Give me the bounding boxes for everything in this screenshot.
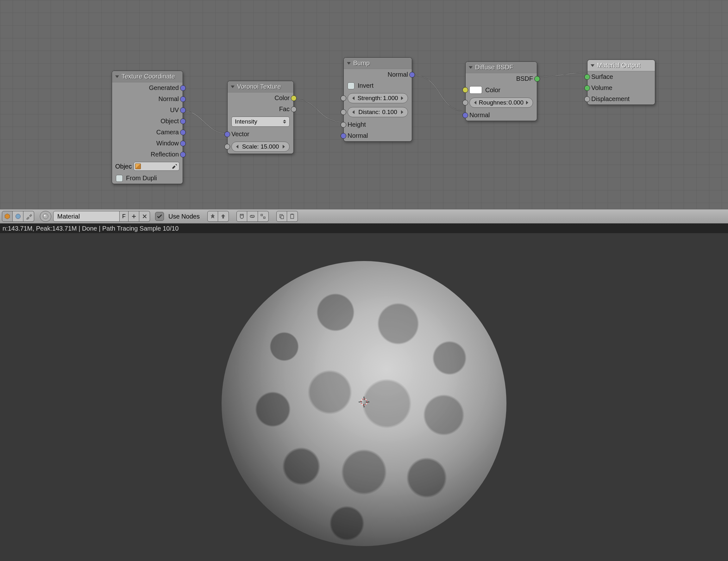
fake-user-button[interactable]: F bbox=[120, 211, 129, 222]
material-slot-button[interactable] bbox=[40, 211, 51, 222]
socket-uv[interactable] bbox=[180, 107, 186, 113]
node-diffuse-bsdf[interactable]: Diffuse BSDF BSDF Color Roughnes: 0.000 … bbox=[465, 61, 537, 121]
socket-normal-in[interactable] bbox=[462, 112, 468, 118]
grid-snap-icon bbox=[260, 213, 266, 219]
material-name-field[interactable]: Material bbox=[53, 211, 120, 222]
node-header[interactable]: Bump bbox=[344, 58, 412, 69]
socket-bsdf[interactable] bbox=[534, 76, 540, 82]
node-header[interactable]: Material Output bbox=[587, 60, 655, 71]
invert-checkbox[interactable] bbox=[348, 82, 355, 89]
collapse-icon[interactable] bbox=[469, 66, 473, 69]
node-voronoi-texture[interactable]: Voronoi Texture Color Fac Intensity Vect… bbox=[227, 81, 294, 154]
socket-window[interactable] bbox=[180, 141, 186, 146]
socket-color-in[interactable] bbox=[462, 87, 468, 93]
in-normal: Normal bbox=[469, 111, 490, 119]
socket-vector-in[interactable] bbox=[224, 131, 230, 137]
in-surface: Surface bbox=[591, 73, 613, 80]
node-material-output[interactable]: Material Output Surface Volume Displacem… bbox=[587, 60, 655, 105]
material-name-text: Material bbox=[57, 213, 80, 220]
collapse-icon[interactable] bbox=[231, 85, 235, 88]
node-title: Voronoi Texture bbox=[237, 83, 281, 90]
socket-normal-in[interactable] bbox=[341, 133, 346, 139]
socket-generated[interactable] bbox=[180, 85, 186, 91]
in-normal: Normal bbox=[348, 132, 368, 139]
svg-rect-7 bbox=[291, 214, 294, 218]
go-parent-button[interactable] bbox=[218, 211, 229, 222]
out-fac: Fac bbox=[279, 105, 290, 113]
svg-rect-8 bbox=[292, 214, 293, 215]
node-bump[interactable]: Bump Normal Invert Strength: 1.000 Dista… bbox=[343, 57, 412, 142]
copy-nodes-button[interactable] bbox=[276, 211, 287, 222]
use-nodes-label: Use Nodes bbox=[168, 213, 200, 220]
out-window: Window bbox=[156, 140, 179, 147]
distance-field[interactable]: Distanc: 0.100 bbox=[348, 107, 408, 117]
out-object: Object bbox=[160, 117, 179, 125]
collapse-icon[interactable] bbox=[347, 62, 351, 65]
node-header[interactable]: Voronoi Texture bbox=[228, 81, 293, 92]
scale-field[interactable]: Scale: 15.000 bbox=[231, 142, 290, 152]
snap-button[interactable] bbox=[236, 211, 247, 222]
pin-button[interactable] bbox=[207, 211, 218, 222]
pin-group bbox=[207, 211, 229, 222]
linestyle-shader-button[interactable] bbox=[23, 211, 34, 222]
new-material-button[interactable] bbox=[129, 211, 139, 222]
paste-icon bbox=[289, 213, 295, 219]
fake-user-label: F bbox=[122, 213, 126, 220]
x-icon bbox=[142, 213, 147, 219]
in-displacement: Displacement bbox=[591, 95, 630, 103]
roughness-field[interactable]: Roughnes: 0.000 bbox=[469, 98, 533, 108]
socket-normal[interactable] bbox=[180, 96, 186, 102]
up-arrow-icon bbox=[220, 213, 226, 219]
voronoi-mode-dropdown[interactable]: Intensity bbox=[231, 117, 290, 127]
eyedropper-icon[interactable] bbox=[172, 163, 178, 169]
socket-object[interactable] bbox=[180, 118, 186, 124]
brush-icon bbox=[26, 213, 32, 219]
svg-point-0 bbox=[16, 214, 20, 219]
node-header[interactable]: Texture Coordinate bbox=[112, 71, 183, 82]
out-color: Color bbox=[274, 94, 290, 102]
magnet-icon bbox=[239, 213, 245, 219]
socket-color[interactable] bbox=[291, 95, 297, 101]
strength-field[interactable]: Strength: 1.000 bbox=[348, 93, 408, 103]
socket-camera[interactable] bbox=[180, 129, 186, 135]
use-nodes-checkbox[interactable] bbox=[155, 212, 164, 221]
snap-type-button[interactable] bbox=[247, 211, 258, 222]
svg-rect-4 bbox=[264, 217, 265, 218]
unlink-material-button[interactable] bbox=[139, 211, 150, 222]
object-shader-button[interactable] bbox=[2, 211, 13, 222]
socket-height-in[interactable] bbox=[341, 122, 346, 128]
object-icon bbox=[135, 163, 141, 169]
material-datablock: Material F bbox=[53, 211, 150, 222]
auto-offset-button[interactable] bbox=[258, 211, 269, 222]
viewport-3d[interactable] bbox=[0, 233, 728, 561]
collapse-icon[interactable] bbox=[115, 75, 119, 78]
out-bsdf: BSDF bbox=[516, 75, 533, 82]
socket-volume-in[interactable] bbox=[584, 85, 590, 91]
object-picker[interactable] bbox=[134, 162, 179, 171]
socket-reflection[interactable] bbox=[180, 152, 186, 157]
invert-label: Invert bbox=[358, 82, 373, 89]
paste-nodes-button[interactable] bbox=[287, 211, 298, 222]
socket-scale-in[interactable] bbox=[224, 144, 230, 149]
node-header[interactable]: Diffuse BSDF bbox=[466, 62, 537, 73]
node-editor[interactable]: Texture Coordinate Generated Normal UV O… bbox=[0, 0, 728, 209]
plus-icon bbox=[131, 213, 137, 219]
from-dupli-checkbox[interactable] bbox=[116, 175, 123, 182]
out-normal: Normal bbox=[159, 95, 179, 103]
socket-surface-in[interactable] bbox=[584, 74, 590, 80]
object-picker-label: Objec bbox=[115, 163, 132, 170]
socket-fac[interactable] bbox=[291, 106, 297, 112]
color-swatch[interactable] bbox=[469, 86, 482, 94]
node-texture-coordinate[interactable]: Texture Coordinate Generated Normal UV O… bbox=[112, 71, 183, 184]
socket-strength-in[interactable] bbox=[341, 95, 346, 101]
socket-displacement-in[interactable] bbox=[584, 96, 590, 102]
out-camera: Camera bbox=[156, 129, 179, 136]
world-shader-button[interactable] bbox=[13, 211, 23, 222]
socket-distance-in[interactable] bbox=[341, 109, 346, 115]
socket-normal-out[interactable] bbox=[409, 72, 415, 78]
out-generated: Generated bbox=[149, 84, 179, 91]
socket-roughness-in[interactable] bbox=[462, 100, 468, 105]
collapse-icon[interactable] bbox=[591, 64, 594, 67]
strength-value: 1.000 bbox=[383, 95, 398, 102]
from-dupli-label: From Dupli bbox=[126, 174, 157, 182]
